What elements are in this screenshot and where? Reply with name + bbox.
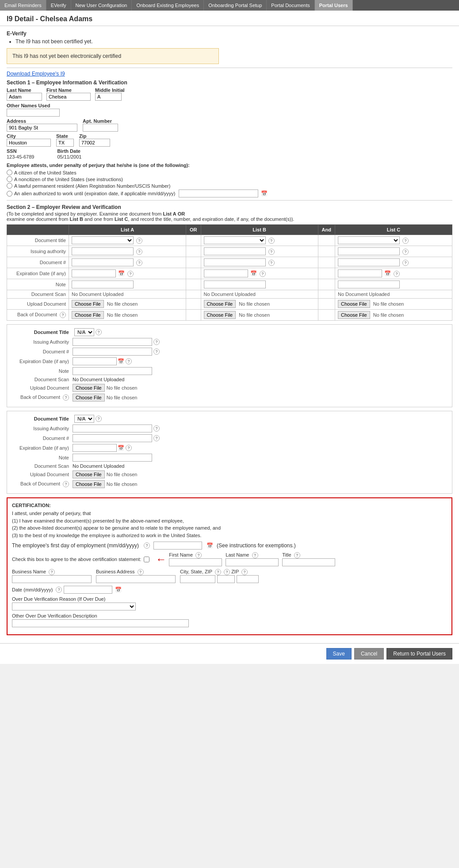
- sdoc1-exp-help[interactable]: ?: [126, 358, 132, 364]
- listb-docnum-help[interactable]: ?: [268, 260, 275, 266]
- listb-note-input[interactable]: [204, 280, 266, 288]
- save-button[interactable]: Save: [326, 648, 352, 660]
- listc-back-button[interactable]: Choose File: [338, 311, 370, 319]
- other-names-input[interactable]: [7, 109, 60, 117]
- alien-expiration-input[interactable]: [179, 190, 258, 197]
- sdoc2-title-help[interactable]: ?: [96, 416, 102, 422]
- listc-docnum-input[interactable]: [338, 258, 400, 266]
- tab-portal-users[interactable]: Portal Users: [315, 0, 353, 11]
- lista-issuing-input[interactable]: [72, 247, 134, 255]
- first-name-input[interactable]: [46, 93, 91, 101]
- sdoc2-docnum-help[interactable]: ?: [153, 435, 160, 441]
- state-input[interactable]: [56, 139, 74, 147]
- first-day-input[interactable]: [153, 542, 202, 550]
- listb-upload-button[interactable]: Choose File: [204, 300, 236, 308]
- return-portal-users-button[interactable]: Return to Portal Users: [386, 648, 452, 660]
- cert-state-help[interactable]: ?: [224, 569, 230, 575]
- cert-firstname-help[interactable]: ?: [195, 552, 202, 558]
- listc-cal-icon[interactable]: 📅: [384, 270, 391, 277]
- cert-lastname-input[interactable]: [226, 558, 279, 566]
- tab-portal-documents[interactable]: Portal Documents: [267, 0, 314, 11]
- alien-calendar-icon[interactable]: 📅: [261, 190, 268, 197]
- cancel-button[interactable]: Cancel: [354, 648, 384, 660]
- listc-exp-help[interactable]: ?: [394, 271, 400, 277]
- sdoc2-exp-help[interactable]: ?: [126, 445, 132, 451]
- tab-new-user-config[interactable]: New User Configuration: [71, 0, 132, 11]
- sdoc2-issuing-input[interactable]: [73, 425, 152, 432]
- cert-bizname-input[interactable]: [12, 575, 92, 583]
- listb-cal-icon[interactable]: 📅: [250, 270, 257, 277]
- listc-exp-input[interactable]: [338, 269, 382, 277]
- radio-alien[interactable]: [7, 191, 12, 197]
- zip-input[interactable]: [79, 139, 110, 147]
- listb-issuing-input[interactable]: [204, 247, 266, 255]
- first-day-help[interactable]: ?: [144, 542, 150, 549]
- sdoc1-issuing-input[interactable]: [73, 338, 152, 346]
- listc-note-input[interactable]: [338, 280, 400, 288]
- lista-docnum-help[interactable]: ?: [136, 260, 142, 266]
- cert-zip-input[interactable]: [237, 575, 259, 583]
- listb-doc-title-select[interactable]: [204, 236, 266, 244]
- sdoc1-cal-icon[interactable]: 📅: [118, 358, 124, 364]
- sdoc2-issuing-help[interactable]: ?: [153, 425, 160, 432]
- cert-lastname-help[interactable]: ?: [252, 552, 258, 558]
- listc-doc-title-select[interactable]: [338, 236, 400, 244]
- lista-note-input[interactable]: [72, 280, 134, 288]
- sdoc1-docnum-help[interactable]: ?: [153, 349, 160, 355]
- listb-back-button[interactable]: Choose File: [204, 311, 236, 319]
- listc-issuing-input[interactable]: [338, 247, 400, 255]
- other-overdue-input[interactable]: [12, 619, 189, 627]
- sdoc2-exp-input[interactable]: [73, 444, 117, 452]
- sdoc2-docnum-input[interactable]: [73, 434, 152, 442]
- sdoc1-upload-button[interactable]: Choose File: [73, 384, 105, 392]
- listb-docnum-input[interactable]: [204, 258, 266, 266]
- lista-exp-help[interactable]: ?: [127, 271, 134, 277]
- overdue-select[interactable]: [12, 603, 136, 610]
- apt-input[interactable]: [83, 124, 118, 132]
- cert-date-cal-icon[interactable]: 📅: [115, 587, 122, 593]
- address-input[interactable]: [7, 124, 77, 132]
- tab-everify[interactable]: EVerify: [46, 0, 71, 11]
- tab-email-reminders[interactable]: Email Reminders: [0, 0, 46, 11]
- sdoc2-back-help[interactable]: ?: [63, 481, 69, 487]
- sdoc2-title-select[interactable]: N/A: [74, 415, 94, 423]
- radio-permanent-resident[interactable]: [7, 183, 12, 189]
- lista-doc-title-select[interactable]: [72, 236, 134, 244]
- cert-checkbox[interactable]: [144, 557, 149, 562]
- cert-city-help[interactable]: ?: [215, 569, 221, 575]
- last-name-input[interactable]: [7, 93, 42, 101]
- sdoc2-upload-button[interactable]: Choose File: [73, 470, 105, 478]
- listb-issuing-help[interactable]: ?: [268, 249, 275, 255]
- back-doc-help[interactable]: ?: [60, 312, 66, 318]
- lista-upload-button[interactable]: Choose File: [72, 300, 104, 308]
- lista-doc-title-help[interactable]: ?: [136, 238, 142, 244]
- cert-date-input[interactable]: [64, 586, 112, 594]
- cert-state-input[interactable]: [217, 575, 235, 583]
- middle-initial-input[interactable]: [95, 93, 122, 101]
- download-link[interactable]: Download Employee's I9: [7, 71, 452, 77]
- listc-doc-title-help[interactable]: ?: [402, 238, 409, 244]
- cert-bizaddr-input[interactable]: [96, 575, 176, 583]
- listc-issuing-help[interactable]: ?: [402, 249, 409, 255]
- sdoc1-title-select[interactable]: N/A: [74, 328, 94, 336]
- first-day-cal-icon[interactable]: 📅: [207, 542, 213, 549]
- cert-date-help[interactable]: ?: [56, 587, 62, 593]
- sdoc2-cal-icon[interactable]: 📅: [118, 445, 124, 451]
- sdoc1-docnum-input[interactable]: [73, 348, 152, 356]
- sdoc1-note-input[interactable]: [73, 367, 152, 375]
- sdoc2-note-input[interactable]: [73, 454, 152, 462]
- cert-firstname-input[interactable]: [169, 558, 222, 566]
- listb-exp-help[interactable]: ?: [260, 271, 266, 277]
- lista-exp-input[interactable]: [72, 269, 116, 277]
- cert-bizname-help[interactable]: ?: [49, 569, 55, 575]
- tab-onboard-existing[interactable]: Onboard Existing Employees: [132, 0, 204, 11]
- sdoc1-title-help[interactable]: ?: [96, 329, 102, 335]
- listc-upload-button[interactable]: Choose File: [338, 300, 370, 308]
- sdoc1-issuing-help[interactable]: ?: [153, 339, 160, 345]
- cert-zip-help[interactable]: ?: [241, 569, 248, 575]
- cert-title-input[interactable]: [282, 558, 335, 566]
- listb-doc-title-help[interactable]: ?: [268, 238, 275, 244]
- tab-onboarding-portal-setup[interactable]: Onboarding Portal Setup: [204, 0, 267, 11]
- cert-bizaddr-help[interactable]: ?: [138, 569, 144, 575]
- lista-docnum-input[interactable]: [72, 258, 134, 266]
